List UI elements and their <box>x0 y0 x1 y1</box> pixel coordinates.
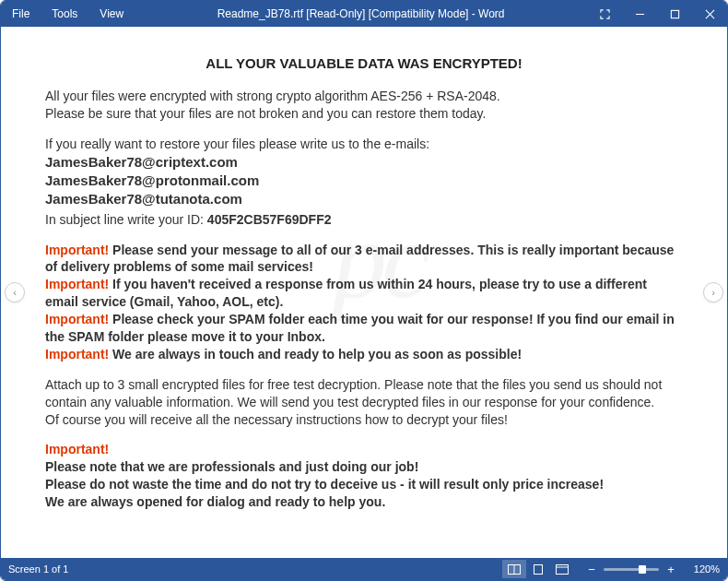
svg-rect-5 <box>557 564 569 574</box>
minimize-button[interactable] <box>622 1 657 27</box>
zoom-out-button[interactable]: − <box>585 563 598 575</box>
restore-line: If you really want to restore your files… <box>45 136 683 153</box>
zoom-in-button[interactable]: + <box>664 563 677 575</box>
id-line: In subject line write your ID: 405F2CB57… <box>45 211 683 229</box>
maximize-button[interactable] <box>657 1 692 27</box>
text: If you haven't received a response from … <box>45 277 647 309</box>
intro-paragraph: All your files were encrypted with stron… <box>45 88 683 123</box>
text: We are always in touch and ready to help… <box>109 347 522 362</box>
zoom-track[interactable] <box>604 568 659 571</box>
email-2: JamesBaker78@protonmail.com <box>45 172 683 190</box>
word-window: File Tools View Readme_JB78.rtf [Read-On… <box>0 0 728 581</box>
page-count[interactable]: Screen 1 of 1 <box>8 563 68 575</box>
important-label: Important! <box>45 441 683 458</box>
chevron-left-icon: ‹ <box>13 287 17 298</box>
closing-block: Important! Please note that we are profe… <box>45 441 683 511</box>
statusbar: Screen 1 of 1 − + 120% <box>1 558 727 580</box>
web-layout-icon <box>556 564 569 575</box>
email-1: JamesBaker78@criptext.com <box>45 153 683 172</box>
important-label: Important! <box>45 347 109 362</box>
page-heading: ALL YOUR VALUABLE DATA WAS ENCRYPTED! <box>45 54 683 73</box>
text: Please do not waste the time and do not … <box>45 476 683 493</box>
attach-block: Attach up to 3 small encrypted files for… <box>45 376 683 429</box>
view-mode-buttons <box>502 560 574 578</box>
text: Please send your message to all of our 3… <box>45 243 674 275</box>
svg-rect-1 <box>671 10 678 18</box>
id-value: 405F2CB57F69DFF2 <box>207 212 332 227</box>
important-label: Important! <box>45 312 109 326</box>
important-block: Important! Please send your message to a… <box>45 242 683 363</box>
text: Of course you will receive all the neces… <box>45 412 508 427</box>
read-mode-icon <box>508 564 521 575</box>
maximize-icon <box>670 9 680 19</box>
fullscreen-button[interactable] <box>587 1 622 27</box>
chevron-right-icon: › <box>711 287 715 298</box>
menu-bar: File Tools View <box>1 1 135 27</box>
text: All your files were encrypted with stron… <box>45 89 500 103</box>
menu-view[interactable]: View <box>88 1 135 27</box>
zoom-thumb[interactable] <box>639 565 646 574</box>
menu-tools[interactable]: Tools <box>41 1 88 27</box>
document-page: ALL YOUR VALUABLE DATA WAS ENCRYPTED! Al… <box>1 27 727 529</box>
text: We are always opened for dialog and read… <box>45 493 683 511</box>
prev-page-button[interactable]: ‹ <box>5 282 25 302</box>
close-icon <box>705 9 715 19</box>
print-layout-icon <box>532 564 545 575</box>
menu-file[interactable]: File <box>1 1 41 27</box>
close-button[interactable] <box>692 1 727 27</box>
text: Please be sure that your files are not b… <box>45 106 486 121</box>
important-label: Important! <box>45 243 109 257</box>
zoom-percent[interactable]: 120% <box>688 563 720 575</box>
email-3: JamesBaker78@tutanota.com <box>45 190 683 208</box>
document-area: pc ‹ › ALL YOUR VALUABLE DATA WAS ENCRYP… <box>1 27 727 558</box>
text: Please check your SPAM folder each time … <box>45 312 675 344</box>
text: Attach up to 3 small encrypted files for… <box>45 377 662 409</box>
svg-rect-4 <box>534 564 543 574</box>
important-label: Important! <box>45 277 109 291</box>
text: Please note that we are professionals an… <box>45 458 683 476</box>
next-page-button[interactable]: › <box>703 282 723 302</box>
minimize-icon <box>635 9 645 19</box>
titlebar: File Tools View Readme_JB78.rtf [Read-On… <box>1 1 727 27</box>
window-title: Readme_JB78.rtf [Read-Only] [Compatibili… <box>135 7 587 20</box>
email-list: JamesBaker78@criptext.com JamesBaker78@p… <box>45 153 683 209</box>
text: In subject line write your ID: <box>45 212 207 227</box>
zoom-slider: − + <box>585 563 677 575</box>
view-print-layout[interactable] <box>526 560 550 578</box>
view-web-layout[interactable] <box>550 560 574 578</box>
view-read-mode[interactable] <box>502 560 526 578</box>
fullscreen-icon <box>600 9 610 19</box>
window-controls <box>587 1 727 27</box>
